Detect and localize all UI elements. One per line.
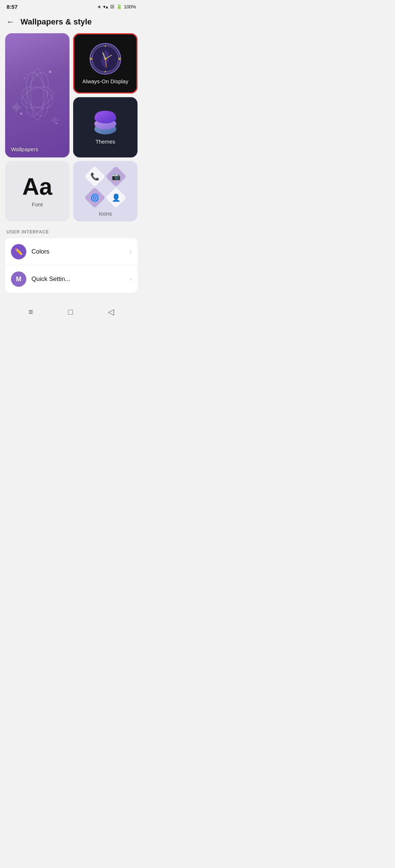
svg-point-13 (15, 102, 18, 106)
phone-icon-diamond: 📞 (86, 167, 104, 186)
svg-point-2 (31, 69, 44, 120)
battery-icon: 🔋 (116, 4, 122, 9)
colors-icon-circle: ✏️ (11, 244, 26, 259)
colors-label: Colors (31, 248, 125, 255)
icons-grid: 📞 📷 🌀 👤 (84, 166, 127, 208)
settings-icon-diamond: 🌀 (86, 189, 104, 207)
settings-list: ✏️ Colors › M Quick Settin... › (5, 238, 138, 293)
page-title: Wallpapers & style (20, 17, 92, 27)
icons-card[interactable]: 📞 📷 🌀 👤 Icons (73, 161, 138, 221)
home-nav-button[interactable]: □ (62, 305, 79, 319)
battery-percent: 100% (124, 4, 136, 9)
svg-point-4 (19, 83, 56, 112)
swirl-icon: 🌀 (90, 193, 99, 202)
svg-point-8 (24, 77, 25, 79)
user-interface-section-header: USER INTERFACE (0, 221, 143, 238)
font-card[interactable]: Aa Font (5, 161, 69, 221)
svg-point-7 (49, 71, 52, 73)
svg-point-16 (51, 119, 54, 121)
themes-layers-icon (91, 110, 120, 136)
aod-card[interactable]: Always-On Display (73, 33, 138, 94)
svg-point-5 (20, 113, 22, 114)
menu-nav-button[interactable]: ≡ (23, 305, 39, 319)
icons-label: Icons (99, 210, 112, 217)
aod-clock-icon (89, 42, 122, 75)
bottom-grid: Aa Font 📞 📷 🌀 👤 (0, 161, 143, 221)
svg-point-1 (22, 70, 53, 119)
quick-settings-icon: M (16, 275, 22, 283)
svg-point-17 (54, 121, 56, 124)
back-nav-button[interactable]: ◁ (102, 305, 120, 319)
wallpaper-card[interactable]: Wallpapers (5, 33, 69, 157)
bluetooth-icon: ∗ (97, 4, 101, 9)
quick-settings-icon-circle: M (11, 271, 26, 287)
svg-point-32 (94, 113, 116, 123)
svg-point-24 (118, 58, 121, 60)
back-button[interactable]: ← (7, 17, 15, 27)
camera-icon-diamond: 📷 (107, 167, 125, 186)
top-grid: Wallpapers Always-On Display (0, 33, 143, 157)
sim-icon: ☒ (110, 4, 114, 9)
quick-settings-label: Quick Settin... (31, 275, 125, 283)
themes-card[interactable]: Themes (73, 97, 138, 157)
phone-icon: 📞 (90, 172, 99, 181)
colors-icon: ✏️ (15, 248, 23, 256)
camera-icon: 📷 (112, 172, 121, 181)
svg-point-11 (12, 106, 15, 109)
quick-settings-list-item[interactable]: M Quick Settin... › (5, 266, 138, 293)
person-icon: 👤 (112, 193, 121, 202)
aod-label: Always-On Display (82, 78, 128, 84)
colors-list-item[interactable]: ✏️ Colors › (5, 238, 138, 266)
svg-point-12 (15, 109, 18, 112)
svg-point-15 (56, 119, 59, 121)
font-label: Font (32, 201, 43, 208)
status-bar: 8:57 ∗ ▾▴ ☒ 🔋 100% (0, 0, 143, 12)
status-time: 8:57 (7, 4, 18, 10)
svg-point-0 (22, 70, 53, 119)
bottom-nav: ≡ □ ◁ (0, 300, 143, 326)
font-display: Aa (22, 175, 52, 198)
svg-point-10 (18, 106, 21, 109)
svg-point-18 (54, 116, 56, 119)
svg-point-23 (90, 58, 92, 60)
header: ← Wallpapers & style (0, 12, 143, 33)
quick-settings-chevron-icon: › (130, 276, 132, 282)
person-icon-diamond: 👤 (107, 189, 125, 207)
colors-chevron-icon: › (130, 248, 132, 255)
wallpaper-label: Wallpapers (11, 146, 38, 152)
status-icons: ∗ ▾▴ ☒ 🔋 100% (97, 4, 136, 9)
themes-label: Themes (95, 138, 115, 145)
wifi-icon: ▾▴ (103, 4, 108, 9)
